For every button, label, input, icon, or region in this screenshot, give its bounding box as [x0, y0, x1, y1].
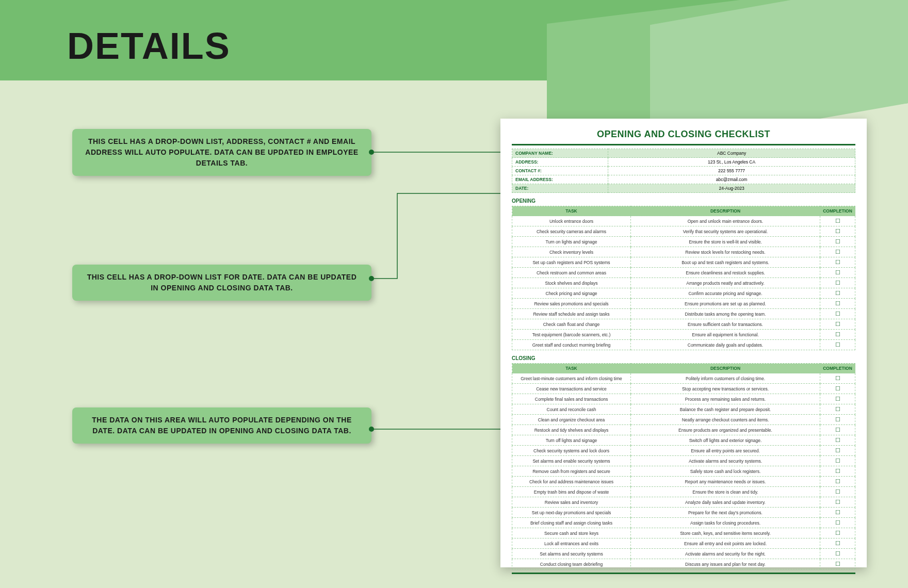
opening-desc-cell: Ensure promotions are set up as planned. [631, 299, 820, 309]
table-row: Review sales promotions and specialsEnsu… [512, 299, 855, 309]
opening-completion-checkbox[interactable]: ☐ [820, 247, 855, 257]
opening-completion-checkbox[interactable]: ☐ [820, 309, 855, 319]
closing-completion-checkbox[interactable]: ☐ [820, 508, 855, 518]
table-row: Empty trash bins and dispose of wasteEns… [512, 487, 855, 497]
closing-header-task: TASK [512, 364, 631, 373]
closing-task-cell: Conduct closing team debriefing [512, 559, 631, 569]
table-row: Clean and organize checkout areaNeatly a… [512, 415, 855, 425]
closing-desc-cell: Ensure all entry points are secured. [631, 446, 820, 456]
closing-completion-checkbox[interactable]: ☐ [820, 549, 855, 559]
opening-task-cell: Check pricing and signage [512, 288, 631, 299]
closing-completion-checkbox[interactable]: ☐ [820, 384, 855, 394]
date-dropdown[interactable]: 24-Aug-2023 [608, 184, 855, 193]
contact-label: CONTACT #: [512, 167, 608, 175]
table-row: Set alarms and security systemsActivate … [512, 549, 855, 559]
opening-completion-checkbox[interactable]: ☐ [820, 299, 855, 309]
closing-desc-cell: Activate alarms and security for the nig… [631, 549, 820, 559]
closing-completion-checkbox[interactable]: ☐ [820, 373, 855, 384]
opening-task-cell: Turn on lights and signage [512, 237, 631, 247]
closing-completion-checkbox[interactable]: ☐ [820, 456, 855, 466]
closing-completion-checkbox[interactable]: ☐ [820, 528, 855, 538]
opening-task-cell: Unlock entrance doors [512, 216, 631, 226]
opening-completion-checkbox[interactable]: ☐ [820, 288, 855, 299]
opening-task-cell: Check restroom and common areas [512, 268, 631, 278]
contact-value: 222 555 7777 [608, 167, 855, 175]
closing-task-cell: Complete final sales and transactions [512, 394, 631, 404]
row-address: ADDRESS: 123 St., Los Angeles CA [512, 158, 855, 167]
opening-desc-cell: Ensure sufficient cash for transactions. [631, 319, 820, 330]
closing-task-cell: Turn off lights and signage [512, 435, 631, 446]
opening-header-task: TASK [512, 206, 631, 216]
closing-label: CLOSING [512, 355, 855, 361]
closing-completion-checkbox[interactable]: ☐ [820, 446, 855, 456]
opening-completion-checkbox[interactable]: ☐ [820, 340, 855, 350]
table-row: Cease new transactions and serviceStop a… [512, 384, 855, 394]
closing-completion-checkbox[interactable]: ☐ [820, 425, 855, 435]
table-row: Check pricing and signageConfirm accurat… [512, 288, 855, 299]
table-row: Secure cash and store keysStore cash, ke… [512, 528, 855, 538]
table-row: Turn off lights and signageSwitch off li… [512, 435, 855, 446]
closing-desc-cell: Safely store cash and lock registers. [631, 466, 820, 477]
closing-completion-checkbox[interactable]: ☐ [820, 487, 855, 497]
opening-completion-checkbox[interactable]: ☐ [820, 216, 855, 226]
date-label: DATE: [512, 184, 608, 193]
opening-desc-cell: Distribute tasks among the opening team. [631, 309, 820, 319]
opening-task-cell: Review sales promotions and specials [512, 299, 631, 309]
company-dropdown[interactable]: ABC Company [608, 149, 855, 158]
table-row: Check security cameras and alarmsVerify … [512, 226, 855, 237]
opening-completion-checkbox[interactable]: ☐ [820, 237, 855, 247]
opening-task-cell: Set up cash registers and POS systems [512, 257, 631, 268]
closing-header-desc: DESCRIPTION [631, 364, 820, 373]
closing-desc-cell: Analyze daily sales and update inventory… [631, 497, 820, 508]
table-row: Restock and tidy shelves and displaysEns… [512, 425, 855, 435]
table-row: Check for and address maintenance issues… [512, 477, 855, 487]
callout-tasks: THE DATA ON THIS AREA WILL AUTO POPULATE… [72, 407, 371, 444]
closing-desc-cell: Activate alarms and security systems. [631, 456, 820, 466]
table-row: Count and reconcile cashBalance the cash… [512, 404, 855, 415]
closing-completion-checkbox[interactable]: ☐ [820, 466, 855, 477]
closing-task-cell: Check for and address maintenance issues [512, 477, 631, 487]
closing-desc-cell: Ensure all entry and exit points are loc… [631, 538, 820, 549]
closing-task-cell: Review sales and inventory [512, 497, 631, 508]
closing-desc-cell: Switch off lights and exterior signage. [631, 435, 820, 446]
sheet-title: OPENING AND CLOSING CHECKLIST [512, 129, 855, 140]
row-company: COMPANY NAME: ABC Company [512, 149, 855, 158]
table-row: Turn on lights and signageEnsure the sto… [512, 237, 855, 247]
table-row: Test equipment (barcode scanners, etc.)E… [512, 330, 855, 340]
opening-desc-cell: Open and unlock main entrance doors. [631, 216, 820, 226]
page-title: DETAILS [67, 25, 231, 67]
table-row: Check security systems and lock doorsEns… [512, 446, 855, 456]
opening-completion-checkbox[interactable]: ☐ [820, 278, 855, 288]
closing-completion-checkbox[interactable]: ☐ [820, 497, 855, 508]
closing-completion-checkbox[interactable]: ☐ [820, 518, 855, 528]
row-email: EMAIL ADDRESS: abc@zmail.com [512, 175, 855, 184]
closing-desc-cell: Neatly arrange checkout counters and ite… [631, 415, 820, 425]
opening-task-cell: Check inventory levels [512, 247, 631, 257]
opening-completion-checkbox[interactable]: ☐ [820, 319, 855, 330]
closing-completion-checkbox[interactable]: ☐ [820, 477, 855, 487]
closing-desc-cell: Stop accepting new transactions or servi… [631, 384, 820, 394]
closing-completion-checkbox[interactable]: ☐ [820, 435, 855, 446]
table-row: Review sales and inventoryAnalyze daily … [512, 497, 855, 508]
closing-completion-checkbox[interactable]: ☐ [820, 415, 855, 425]
closing-completion-checkbox[interactable]: ☐ [820, 559, 855, 569]
table-row: Set alarms and enable security systemsAc… [512, 456, 855, 466]
closing-completion-checkbox[interactable]: ☐ [820, 404, 855, 415]
opening-completion-checkbox[interactable]: ☐ [820, 257, 855, 268]
closing-completion-checkbox[interactable]: ☐ [820, 538, 855, 549]
closing-task-cell: Secure cash and store keys [512, 528, 631, 538]
opening-task-cell: Review staff schedule and assign tasks [512, 309, 631, 319]
closing-desc-cell: Politely inform customers of closing tim… [631, 373, 820, 384]
opening-desc-cell: Boot up and test cash registers and syst… [631, 257, 820, 268]
opening-completion-checkbox[interactable]: ☐ [820, 268, 855, 278]
opening-completion-checkbox[interactable]: ☐ [820, 226, 855, 237]
table-row: Check cash float and changeEnsure suffic… [512, 319, 855, 330]
opening-desc-cell: Confirm accurate pricing and signage. [631, 288, 820, 299]
opening-completion-checkbox[interactable]: ☐ [820, 330, 855, 340]
closing-task-cell: Cease new transactions and service [512, 384, 631, 394]
callout-company: THIS CELL HAS A DROP-DOWN LIST, ADDRESS,… [72, 129, 371, 176]
closing-desc-cell: Discuss any issues and plan for next day… [631, 559, 820, 569]
table-row: Check restroom and common areasEnsure cl… [512, 268, 855, 278]
closing-desc-cell: Ensure products are organized and presen… [631, 425, 820, 435]
closing-completion-checkbox[interactable]: ☐ [820, 394, 855, 404]
